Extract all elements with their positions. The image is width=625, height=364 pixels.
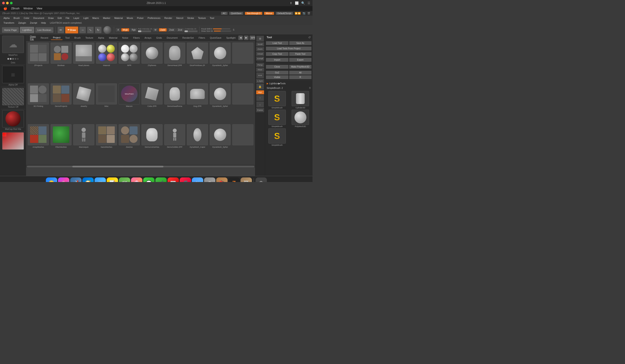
list-item[interactable]: ZSpheres	[141, 43, 162, 82]
soldier-thumb[interactable]	[164, 124, 185, 145]
cylinder3d-thumb[interactable]	[292, 91, 309, 106]
siri-icon[interactable]: 🎙	[58, 177, 69, 182]
snapshot-icon[interactable]: 📷	[303, 12, 306, 15]
list-item[interactable]: MinorPatch Wacom	[119, 84, 140, 122]
capsule-thumb[interactable]	[187, 124, 208, 145]
nanomeshes-thumb[interactable]	[96, 124, 117, 145]
texture-preview[interactable]	[2, 88, 24, 105]
zprojects-thumb[interactable]	[28, 43, 49, 64]
light-menu[interactable]: Light	[82, 16, 90, 20]
list-item[interactable]: DynaMesh_Spher	[210, 43, 231, 82]
tab-spotlight[interactable]: Spotlight	[224, 36, 238, 40]
boolean-thumb[interactable]	[51, 43, 72, 64]
help-menu[interactable]: Help	[39, 21, 48, 25]
tab-texture[interactable]: Texture	[83, 36, 95, 40]
alpha-menu[interactable]: Alpha	[2, 16, 11, 20]
floor-btn[interactable]: Floor	[256, 68, 264, 72]
list-item[interactable]: DynaMesh_Spher	[210, 124, 231, 163]
list-item[interactable]: DicePrimitives.ZF	[187, 43, 208, 82]
brush-menu[interactable]: Brush	[12, 16, 22, 20]
tab-quicksave[interactable]: QuickSave	[208, 36, 224, 40]
stencil-menu[interactable]: Stencil	[174, 16, 185, 20]
list-item[interactable]: Cylinder3D	[289, 91, 312, 109]
all-btn[interactable]: All	[289, 71, 312, 75]
alpha-preview[interactable]: ◼	[2, 66, 24, 83]
trash-icon[interactable]: 🗑	[255, 177, 267, 182]
rotate-up-icon[interactable]: ↑	[256, 95, 264, 101]
tab-alpha[interactable]: Alpha	[96, 36, 106, 40]
lightbox-button[interactable]: LightBox	[20, 27, 34, 33]
file-menu[interactable]: File	[64, 16, 71, 20]
zbrush-dock-icon[interactable]: Z	[228, 177, 240, 182]
live-boolean-button[interactable]: Live Boolean	[35, 27, 54, 33]
list-item[interactable]: DemoHeadFema	[164, 84, 185, 122]
stroke-menu[interactable]: Stroke	[185, 16, 196, 20]
blank-thumb-3[interactable]	[232, 124, 253, 145]
tab-tool[interactable]: Tool	[63, 36, 72, 40]
tab-prev-btn[interactable]: ◀	[238, 35, 243, 40]
list-item[interactable]: ArrayMeshes	[28, 124, 49, 163]
safari-icon[interactable]: 🧭	[82, 177, 94, 182]
copy-tool-btn[interactable]: Copy Tool	[266, 52, 289, 56]
list-item[interactable]: ZProjects	[28, 43, 49, 82]
edit-menu[interactable]: Edit	[56, 16, 63, 20]
facetime-icon[interactable]: 📹	[155, 177, 167, 182]
tab-document[interactable]: Document	[164, 36, 180, 40]
myz-btn[interactable]: Myz	[256, 90, 264, 94]
material-thumb[interactable]	[96, 43, 117, 64]
list-item[interactable]: Cube.ZPR	[141, 84, 162, 122]
list-item[interactable]: S SimpleBrush	[266, 128, 288, 146]
brush-preview[interactable]: ☁	[2, 36, 24, 53]
defaultzscript-button[interactable]: DefaultZScript	[276, 12, 293, 15]
lsym-btn[interactable]: L.Sym	[256, 79, 264, 83]
list-item[interactable]: DemoHead.ZPR	[164, 43, 185, 82]
material-menu[interactable]: Material	[113, 16, 125, 20]
scale-icon-btn[interactable]: ⤡	[87, 27, 94, 33]
dog-thumb[interactable]	[187, 84, 208, 105]
zsub-button[interactable]: Zsub	[168, 28, 175, 31]
tab-open-file[interactable]: Open File	[28, 35, 38, 41]
list-item[interactable]: FiberMeshes	[51, 124, 72, 163]
demohead-thumb[interactable]	[164, 43, 185, 64]
list-item[interactable]: S SimpleBrush	[266, 110, 288, 128]
misc-thumb[interactable]	[96, 84, 117, 105]
simplebrush-thumb-1[interactable]: S	[268, 91, 286, 106]
persp-btn[interactable]: Persp	[256, 63, 264, 67]
snap-icon-btn[interactable]: ⊞	[256, 36, 264, 42]
zcut-button[interactable]: Zcut	[176, 28, 184, 31]
tab-fibers[interactable]: Fibers	[131, 36, 142, 40]
draw-size-slider[interactable]	[214, 31, 231, 31]
dynamesh3-thumb[interactable]	[210, 124, 231, 145]
fibermeshes-thumb[interactable]	[51, 124, 72, 145]
goz-btn[interactable]: GoZ	[266, 71, 289, 75]
tab-grids[interactable]: Grids	[154, 36, 164, 40]
export-btn[interactable]: Export	[289, 58, 312, 62]
music-icon[interactable]: 🎵	[180, 177, 191, 182]
material-preview[interactable]	[2, 110, 24, 128]
apple-menu[interactable]: 🍎	[2, 6, 9, 11]
import-btn[interactable]: Import	[266, 58, 289, 62]
list-item[interactable]: 3D Printing	[28, 84, 49, 122]
simplebrush-thumb-3[interactable]: S	[268, 128, 286, 143]
color-menu[interactable]: Color	[22, 16, 31, 20]
list-item[interactable]: DemoAnimeHea	[141, 124, 162, 163]
mannequin-thumb[interactable]	[73, 124, 94, 145]
list-item[interactable]: PolyMesh3D	[289, 110, 312, 128]
rotate-icon-btn[interactable]: ↻	[95, 27, 102, 33]
zscript-menu[interactable]: Zscript	[28, 21, 39, 25]
list-item[interactable]: NPR	[119, 43, 140, 82]
ac-button[interactable]: AC	[221, 12, 227, 15]
wacom-thumb[interactable]: MinorPatch	[119, 84, 140, 105]
list-item[interactable]: DynaMesh_Capsi	[187, 124, 208, 163]
list-item[interactable]: Head planes	[73, 43, 94, 82]
polymesh3d-thumb[interactable]	[292, 110, 309, 125]
list-item[interactable]: S SimpleBrush	[266, 91, 288, 109]
list-item[interactable]: DemoProjects	[51, 84, 72, 122]
zadd-button[interactable]: Zadd	[159, 28, 167, 31]
z-intensity-slider[interactable]	[185, 30, 197, 32]
marker-menu[interactable]: Marker	[101, 16, 112, 20]
3dprinting-thumb[interactable]	[28, 84, 49, 105]
draw-menu[interactable]: Draw	[46, 16, 55, 20]
list-item[interactable]: Dog.ZPR	[187, 84, 208, 122]
scroll-btn[interactable]: Scroll	[256, 42, 264, 47]
